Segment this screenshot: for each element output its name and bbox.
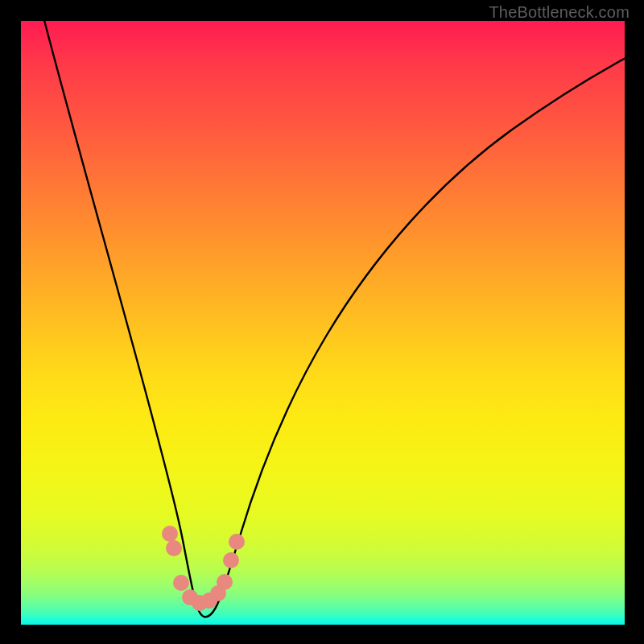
watermark-text: TheBottleneck.com [489, 3, 630, 22]
svg-point-7 [217, 574, 233, 590]
plot-area [21, 21, 625, 625]
left-segment-dots [162, 526, 245, 611]
svg-point-8 [223, 552, 239, 568]
svg-point-9 [229, 534, 245, 550]
svg-point-0 [162, 526, 178, 542]
chart-frame: TheBottleneck.com [0, 0, 644, 644]
bottleneck-curve [40, 21, 625, 617]
svg-point-2 [173, 575, 189, 591]
svg-point-1 [166, 540, 182, 556]
curve-layer [21, 21, 625, 625]
